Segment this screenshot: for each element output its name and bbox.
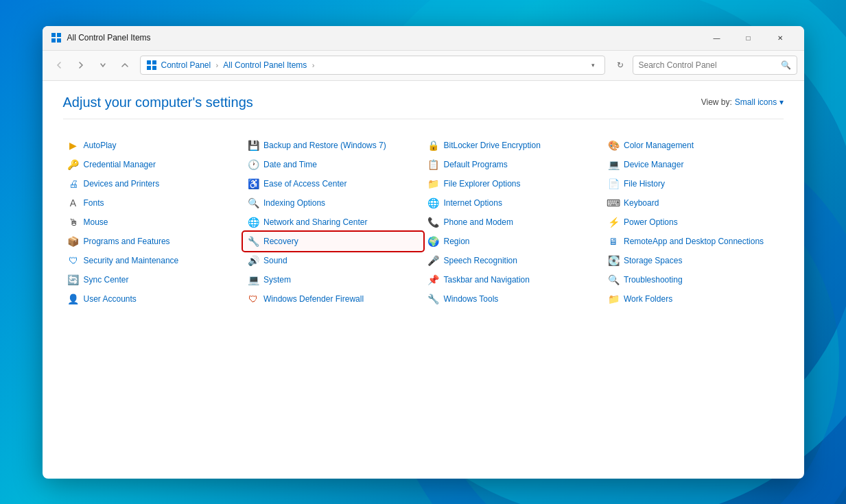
window-controls: — □ ✕ <box>701 25 796 50</box>
up-button[interactable] <box>115 56 134 75</box>
search-input[interactable] <box>639 60 781 70</box>
cp-item-remote-desktop[interactable]: 🖥RemoteApp and Desktop Connections <box>603 232 784 251</box>
close-button[interactable]: ✕ <box>764 25 796 50</box>
recovery-label: Recovery <box>263 237 298 246</box>
security-maintenance-label: Security and Maintenance <box>84 256 179 265</box>
cp-item-device-manager[interactable]: 💻Device Manager <box>603 155 784 174</box>
cp-item-security-maintenance[interactable]: 🛡Security and Maintenance <box>63 251 244 270</box>
sound-label: Sound <box>263 256 287 265</box>
address-bar[interactable]: Control Panel › All Control Panel Items … <box>140 56 605 75</box>
search-bar: 🔍 <box>633 56 797 75</box>
sync-center-label: Sync Center <box>84 275 129 285</box>
mouse-icon: 🖱 <box>67 216 80 228</box>
cp-item-color-management[interactable]: 🎨Color Management <box>603 136 784 155</box>
breadcrumb-control-panel[interactable]: Control Panel <box>161 60 211 70</box>
cp-item-devices-printers[interactable]: 🖨Devices and Printers <box>63 174 244 193</box>
speech-recognition-label: Speech Recognition <box>444 256 517 265</box>
date-time-icon: 🕐 <box>247 158 259 171</box>
view-by-control: View by: Small icons ▾ <box>701 97 784 107</box>
windows-tools-label: Windows Tools <box>444 294 499 304</box>
credential-icon: 🔑 <box>67 158 80 171</box>
power-options-label: Power Options <box>624 217 678 227</box>
cp-item-bitlocker[interactable]: 🔒BitLocker Drive Encryption <box>423 136 604 155</box>
maximize-button[interactable]: □ <box>733 25 764 50</box>
cp-item-fonts[interactable]: AFonts <box>63 193 244 213</box>
cp-item-programs-features[interactable]: 📦Programs and Features <box>63 232 244 251</box>
cp-item-user-accounts[interactable]: 👤User Accounts <box>63 289 244 309</box>
device-manager-icon: 💻 <box>607 158 620 171</box>
cp-item-sync-center[interactable]: 🔄Sync Center <box>63 270 244 289</box>
remote-desktop-label: RemoteApp and Desktop Connections <box>624 237 764 246</box>
back-button[interactable] <box>49 56 69 75</box>
refresh-button[interactable]: ↻ <box>611 56 630 75</box>
cp-item-troubleshooting[interactable]: 🔍Troubleshooting <box>603 270 784 289</box>
cp-item-power-options[interactable]: ⚡Power Options <box>603 213 784 232</box>
minimize-button[interactable]: — <box>701 25 733 50</box>
navigation-bar: Control Panel › All Control Panel Items … <box>43 51 804 81</box>
cp-item-keyboard[interactable]: ⌨Keyboard <box>603 193 784 213</box>
troubleshooting-icon: 🔍 <box>607 274 620 286</box>
cp-item-storage-spaces[interactable]: 💽Storage Spaces <box>603 251 784 270</box>
system-icon: 💻 <box>247 274 259 286</box>
keyboard-label: Keyboard <box>624 198 659 208</box>
cp-item-autoplay[interactable]: ▶AutoPlay <box>63 136 244 155</box>
cp-item-credential[interactable]: 🔑Credential Manager <box>63 155 244 174</box>
indexing-icon: 🔍 <box>247 197 259 209</box>
default-programs-icon: 📋 <box>427 158 440 171</box>
cp-item-taskbar-navigation[interactable]: 📌Taskbar and Navigation <box>423 270 604 289</box>
cp-item-phone-modem[interactable]: 📞Phone and Modem <box>423 213 604 232</box>
column-1: ▶AutoPlay🔑Credential Manager🖨Devices and… <box>63 136 244 309</box>
cp-item-windows-defender[interactable]: 🛡Windows Defender Firewall <box>243 289 423 309</box>
cp-item-sound[interactable]: 🔊Sound <box>243 251 423 270</box>
ease-access-label: Ease of Access Center <box>263 179 346 189</box>
cp-item-file-explorer[interactable]: 📁File Explorer Options <box>423 174 604 193</box>
cp-item-speech-recognition[interactable]: 🎤Speech Recognition <box>423 251 604 270</box>
phone-modem-icon: 📞 <box>427 216 440 228</box>
cp-item-internet-options[interactable]: 🌐Internet Options <box>423 193 604 213</box>
file-explorer-label: File Explorer Options <box>444 179 521 189</box>
user-accounts-icon: 👤 <box>67 293 80 305</box>
cp-item-mouse[interactable]: 🖱Mouse <box>63 213 244 232</box>
taskbar-navigation-icon: 📌 <box>427 274 440 286</box>
cp-item-file-history[interactable]: 📄File History <box>603 174 784 193</box>
cp-item-windows-tools[interactable]: 🔧Windows Tools <box>423 289 604 309</box>
cp-item-ease-access[interactable]: ♿Ease of Access Center <box>243 174 423 193</box>
mouse-label: Mouse <box>84 217 108 227</box>
view-by-value[interactable]: Small icons ▾ <box>735 97 784 107</box>
programs-features-icon: 📦 <box>67 235 80 248</box>
address-icon <box>146 60 157 71</box>
address-dropdown-button[interactable]: ▾ <box>588 60 599 71</box>
internet-options-icon: 🌐 <box>427 197 440 209</box>
cp-item-backup-restore[interactable]: 💾Backup and Restore (Windows 7) <box>243 136 423 155</box>
page-title: Adjust your computer's settings <box>63 95 253 110</box>
devices-printers-icon: 🖨 <box>67 178 80 190</box>
svg-rect-7 <box>152 66 156 70</box>
cp-item-indexing[interactable]: 🔍Indexing Options <box>243 193 423 213</box>
cp-item-work-folders[interactable]: 📁Work Folders <box>603 289 784 309</box>
cp-item-region[interactable]: 🌍Region <box>423 232 604 251</box>
backup-restore-label: Backup and Restore (Windows 7) <box>263 141 386 150</box>
svg-rect-5 <box>152 60 156 64</box>
bitlocker-label: BitLocker Drive Encryption <box>444 141 541 150</box>
taskbar-navigation-label: Taskbar and Navigation <box>444 275 530 285</box>
cp-item-recovery[interactable]: 🔧Recovery <box>243 232 423 251</box>
cp-item-network-sharing[interactable]: 🌐Network and Sharing Center <box>243 213 423 232</box>
file-history-icon: 📄 <box>607 178 620 190</box>
backup-restore-icon: 💾 <box>247 139 259 152</box>
window-title: All Control Panel Items <box>67 33 701 43</box>
windows-defender-icon: 🛡 <box>247 293 259 305</box>
forward-button[interactable] <box>71 56 91 75</box>
network-sharing-icon: 🌐 <box>247 216 259 228</box>
ease-access-icon: ♿ <box>247 178 259 190</box>
cp-item-default-programs[interactable]: 📋Default Programs <box>423 155 604 174</box>
breadcrumb-all-items[interactable]: All Control Panel Items <box>223 60 307 70</box>
troubleshooting-label: Troubleshooting <box>624 275 683 285</box>
svg-rect-6 <box>147 66 151 70</box>
storage-spaces-icon: 💽 <box>607 254 620 267</box>
cp-item-system[interactable]: 💻System <box>243 270 423 289</box>
dropdown-recent-button[interactable] <box>93 56 113 75</box>
column-4: 🎨Color Management💻Device Manager📄File Hi… <box>603 136 784 309</box>
file-history-label: File History <box>624 179 665 189</box>
cp-item-date-time[interactable]: 🕐Date and Time <box>243 155 423 174</box>
work-folders-label: Work Folders <box>624 294 672 304</box>
